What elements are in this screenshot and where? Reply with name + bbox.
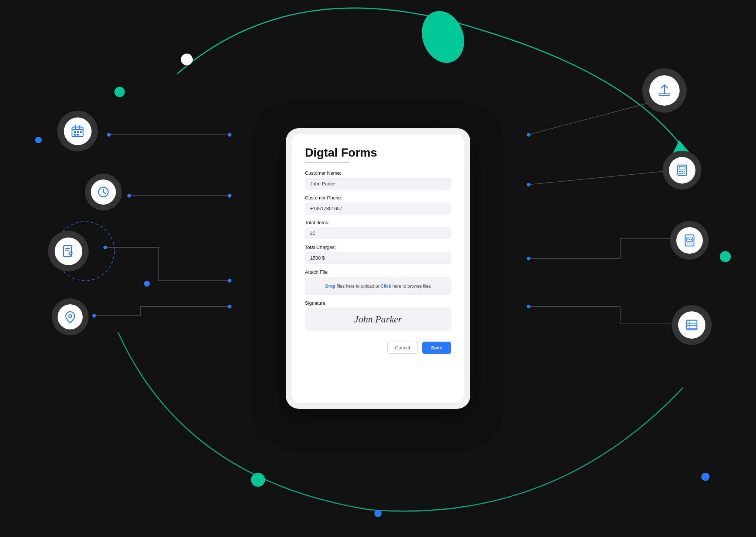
document-edit-node-outer xyxy=(48,231,89,271)
upload-node-outer xyxy=(642,68,687,113)
clock-node-inner xyxy=(91,179,116,205)
svg-point-14 xyxy=(527,133,530,137)
svg-line-38 xyxy=(71,252,72,253)
attach-end-text: here to browse files xyxy=(391,284,431,289)
svg-rect-31 xyxy=(77,134,79,136)
svg-point-21 xyxy=(527,305,530,308)
table-node-inner xyxy=(678,311,705,339)
image-doc-node-inner xyxy=(676,227,703,254)
clock-node-outer xyxy=(85,174,122,211)
document-edit-node-inner xyxy=(55,237,82,265)
location-node-inner xyxy=(58,304,83,329)
customer-name-field: Customer Name: xyxy=(305,170,451,190)
form-title-underline xyxy=(305,162,349,163)
svg-point-47 xyxy=(679,173,681,174)
location-node-outer xyxy=(52,298,89,335)
svg-point-45 xyxy=(681,171,683,172)
upload-node-inner xyxy=(649,75,680,106)
save-button[interactable]: Save xyxy=(422,342,451,354)
total-items-label: Total Items: xyxy=(305,220,451,225)
svg-line-15 xyxy=(528,170,679,185)
total-charges-field: Total Charges: xyxy=(305,244,451,264)
signature-field: Signature John Parker xyxy=(305,300,451,331)
form-title: Digtal Forms xyxy=(305,146,451,160)
attach-file-field: Attach File Drop files here to upload or… xyxy=(305,269,451,295)
dot-teal-bottom xyxy=(251,473,265,487)
svg-point-19 xyxy=(527,257,530,260)
svg-point-4 xyxy=(228,133,231,137)
svg-rect-27 xyxy=(74,131,76,133)
svg-point-10 xyxy=(92,314,96,318)
calculator-node-outer xyxy=(663,151,701,189)
svg-rect-29 xyxy=(80,131,82,133)
form-buttons: Cancel Save xyxy=(305,342,451,354)
dot-teal-right xyxy=(720,251,731,262)
total-items-field: Total Items: xyxy=(305,220,451,239)
drop-link[interactable]: Drop xyxy=(325,284,336,289)
total-charges-input[interactable] xyxy=(305,252,451,264)
attach-middle-text: files here to upload or xyxy=(336,284,381,289)
svg-point-46 xyxy=(684,171,685,172)
signature-label: Signature xyxy=(305,300,451,306)
clock-icon xyxy=(97,185,110,199)
location-icon xyxy=(63,310,77,324)
total-items-input[interactable] xyxy=(305,227,451,239)
customer-phone-field: Customer Phone: xyxy=(305,195,451,215)
customer-phone-input[interactable] xyxy=(305,202,451,215)
svg-point-6 xyxy=(127,194,131,198)
attach-file-dropzone[interactable]: Drop files here to upload or Click here … xyxy=(305,277,451,295)
customer-name-input[interactable] xyxy=(305,178,451,190)
dot-blue-left xyxy=(35,137,42,143)
svg-point-11 xyxy=(228,305,231,308)
signature-text: John Parker xyxy=(354,314,402,325)
svg-point-39 xyxy=(69,315,72,318)
svg-point-48 xyxy=(681,173,683,174)
attach-file-text: Drop files here to upload or Click here … xyxy=(325,284,431,289)
svg-point-17 xyxy=(527,183,530,187)
svg-rect-28 xyxy=(77,131,79,133)
tablet: Digtal Forms Customer Name: Customer Pho… xyxy=(286,128,470,409)
calendar-node-outer xyxy=(57,111,98,151)
customer-phone-label: Customer Phone: xyxy=(305,195,451,201)
dot-teal-left xyxy=(114,87,125,97)
svg-point-7 xyxy=(228,194,231,198)
image-document-icon xyxy=(683,233,697,247)
form-container: Digtal Forms Customer Name: Customer Pho… xyxy=(292,134,464,403)
customer-name-label: Customer Name: xyxy=(305,170,451,176)
svg-rect-40 xyxy=(659,94,670,95)
svg-point-9 xyxy=(228,279,231,283)
cancel-button[interactable]: Cancel xyxy=(387,342,417,354)
svg-rect-43 xyxy=(679,167,685,169)
calculator-icon xyxy=(675,163,689,177)
tablet-screen: Digtal Forms Customer Name: Customer Pho… xyxy=(292,134,464,403)
svg-rect-30 xyxy=(74,134,76,136)
click-link[interactable]: Click xyxy=(381,284,391,289)
svg-point-49 xyxy=(684,173,685,174)
dot-blue-bottom-right xyxy=(701,473,709,481)
svg-point-44 xyxy=(679,171,681,172)
total-charges-label: Total Charges: xyxy=(305,244,451,250)
svg-point-3 xyxy=(107,133,111,137)
calendar-node-inner xyxy=(64,117,92,145)
document-edit-icon xyxy=(61,244,75,258)
table-icon xyxy=(685,318,699,332)
svg-line-12 xyxy=(528,100,661,135)
attach-file-label: Attach File xyxy=(305,269,451,275)
svg-point-8 xyxy=(103,246,107,249)
dot-white-top xyxy=(181,54,193,65)
image-doc-node-outer xyxy=(670,221,709,260)
dot-blue-bottom-center xyxy=(374,510,382,517)
upload-icon xyxy=(657,83,672,98)
calendar-icon xyxy=(71,124,85,138)
svg-point-22 xyxy=(415,5,471,69)
table-node-outer xyxy=(672,305,712,345)
dot-blue-mid-left xyxy=(144,281,150,287)
svg-line-34 xyxy=(103,192,106,194)
calculator-node-inner xyxy=(669,157,695,184)
signature-box[interactable]: John Parker xyxy=(305,308,451,331)
